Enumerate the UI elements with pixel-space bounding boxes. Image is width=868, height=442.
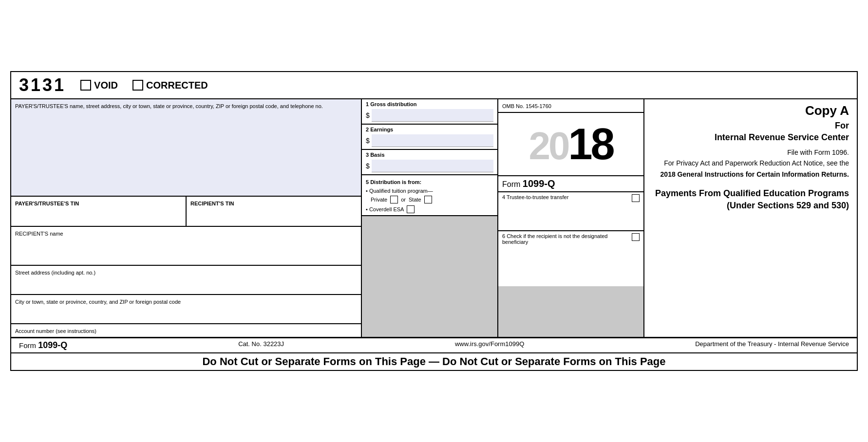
field5-private-checkbox[interactable] bbox=[390, 196, 398, 203]
right-middle-column: OMB No. 1545-1760 2018 Form 1099-Q 4 Tru… bbox=[498, 99, 644, 337]
footer-website: www.irs.gov/Form1099Q bbox=[455, 340, 524, 350]
field4-checkbox[interactable] bbox=[632, 194, 640, 202]
field5-private: Private bbox=[371, 197, 387, 203]
field6-label: 6 Check if the recipient is not the desi… bbox=[502, 233, 628, 245]
void-corrected-area: VOID CORRECTED bbox=[80, 80, 208, 91]
form-body: PAYER'S/TRUSTEE'S name, street address, … bbox=[11, 99, 857, 337]
form-name-prefix: Form bbox=[502, 180, 523, 188]
field5-state: State bbox=[409, 197, 421, 203]
copy-a-file: File with Form 1096. bbox=[652, 147, 849, 158]
tin-row: PAYER'S/TRUSTEE'S TIN RECIPIENT'S TIN bbox=[11, 197, 361, 227]
omb-label: OMB No. 1545-1760 bbox=[502, 103, 551, 109]
middle-column: 1 Gross distribution $ 2 Earnings $ bbox=[362, 99, 498, 337]
footer-cut-warning: Do Not Cut or Separate Forms on This Pag… bbox=[11, 353, 857, 370]
recipient-tin-label: RECIPIENT'S TIN bbox=[190, 201, 234, 206]
field4-label: 4 Trustee-to-trustee transfer bbox=[502, 194, 628, 200]
recipient-name-field: RECIPIENT'S name bbox=[11, 227, 361, 266]
account-field: Account number (see instructions) bbox=[11, 324, 361, 337]
field3-label: 3 Basis bbox=[366, 152, 493, 158]
form-wrapper: 3131 VOID CORRECTED PAYER'S/TRUSTEE'S na… bbox=[10, 71, 858, 371]
copy-a-privacy: For Privacy Act and Paperwork Reduction … bbox=[652, 158, 849, 168]
shaded-area bbox=[362, 216, 497, 337]
street-field: Street address (including apt. no.) bbox=[11, 266, 361, 295]
field6-checkbox[interactable] bbox=[632, 233, 640, 241]
street-label: Street address (including apt. no.) bbox=[15, 270, 95, 276]
field2-input[interactable] bbox=[372, 134, 493, 147]
field2-label: 2 Earnings bbox=[366, 127, 493, 132]
year-field: 2018 bbox=[498, 113, 643, 176]
footer-form-name: Form 1099-Q bbox=[19, 340, 67, 350]
form-name: 1099-Q bbox=[523, 178, 555, 189]
city-label: City or town, state or province, country… bbox=[15, 299, 181, 305]
field3-basis: 3 Basis $ bbox=[362, 150, 497, 175]
field3-input[interactable] bbox=[372, 160, 493, 172]
void-label[interactable]: VOID bbox=[80, 80, 118, 91]
recipient-tin-field: RECIPIENT'S TIN bbox=[187, 197, 361, 226]
footer-top: Form 1099-Q Cat. No. 32223J www.irs.gov/… bbox=[11, 338, 857, 353]
payer-tin-label: PAYER'S/TRUSTEE'S TIN bbox=[15, 201, 79, 206]
form-number: 3131 bbox=[19, 75, 66, 95]
payer-field-label: PAYER'S/TRUSTEE'S name, street address, … bbox=[15, 103, 323, 109]
payer-tin-field: PAYER'S/TRUSTEE'S TIN bbox=[11, 197, 187, 226]
copy-a-for: For bbox=[652, 120, 849, 131]
field5-coverdell-checkbox[interactable] bbox=[407, 205, 415, 213]
year-display: 2018 bbox=[528, 122, 613, 166]
recipient-name-label: RECIPIENT'S name bbox=[15, 231, 63, 237]
account-label: Account number (see instructions) bbox=[15, 328, 96, 334]
field5-bullet2: • Coverdell ESA bbox=[366, 206, 404, 212]
dollar1: $ bbox=[366, 111, 370, 119]
copy-a-body: File with Form 1096. For Privacy Act and… bbox=[652, 147, 849, 180]
payer-name-field: PAYER'S/TRUSTEE'S name, street address, … bbox=[11, 99, 361, 197]
check-beneficiary-field: 6 Check if the recipient is not the desi… bbox=[498, 231, 643, 286]
field5-bullet1: • Qualified tuition program— bbox=[366, 188, 433, 194]
field2-earnings: 2 Earnings $ bbox=[362, 125, 497, 150]
city-field: City or town, state or province, country… bbox=[11, 295, 361, 324]
field5-distribution: 5 Distribution is from: • Qualified tuit… bbox=[362, 175, 497, 216]
trustee-field: 4 Trustee-to-trustee transfer bbox=[498, 192, 643, 231]
field5-or: or bbox=[401, 197, 406, 203]
field5-state-checkbox[interactable] bbox=[424, 196, 432, 203]
copy-a-irs: Internal Revenue Service Center bbox=[652, 132, 849, 143]
dollar2: $ bbox=[366, 137, 370, 145]
form-name-field: Form 1099-Q bbox=[498, 176, 643, 192]
rm-shaded-area bbox=[498, 286, 643, 337]
left-column: PAYER'S/TRUSTEE'S name, street address, … bbox=[11, 99, 362, 337]
field5-label: 5 Distribution is from: bbox=[366, 179, 421, 185]
copy-a-general: 2018 General Instructions for Certain In… bbox=[652, 169, 849, 180]
footer-cat: Cat. No. 32223J bbox=[238, 340, 284, 350]
corrected-label[interactable]: CORRECTED bbox=[132, 80, 208, 91]
omb-field: OMB No. 1545-1760 bbox=[498, 99, 643, 113]
payments-from: Payments From Qualified Education Progra… bbox=[652, 187, 849, 212]
footer: Form 1099-Q Cat. No. 32223J www.irs.gov/… bbox=[11, 337, 857, 370]
void-checkbox[interactable] bbox=[80, 80, 91, 91]
dollar3: $ bbox=[366, 162, 370, 170]
copy-a-section: Copy A For Internal Revenue Service Cent… bbox=[644, 99, 857, 337]
field1-label: 1 Gross distribution bbox=[366, 101, 493, 107]
corrected-checkbox[interactable] bbox=[132, 80, 143, 91]
footer-dept: Department of the Treasury - Internal Re… bbox=[695, 340, 849, 350]
field1-gross: 1 Gross distribution $ bbox=[362, 99, 497, 125]
field1-input[interactable] bbox=[372, 109, 493, 122]
header-row: 3131 VOID CORRECTED bbox=[11, 72, 857, 99]
copy-a-title: Copy A bbox=[652, 103, 849, 118]
